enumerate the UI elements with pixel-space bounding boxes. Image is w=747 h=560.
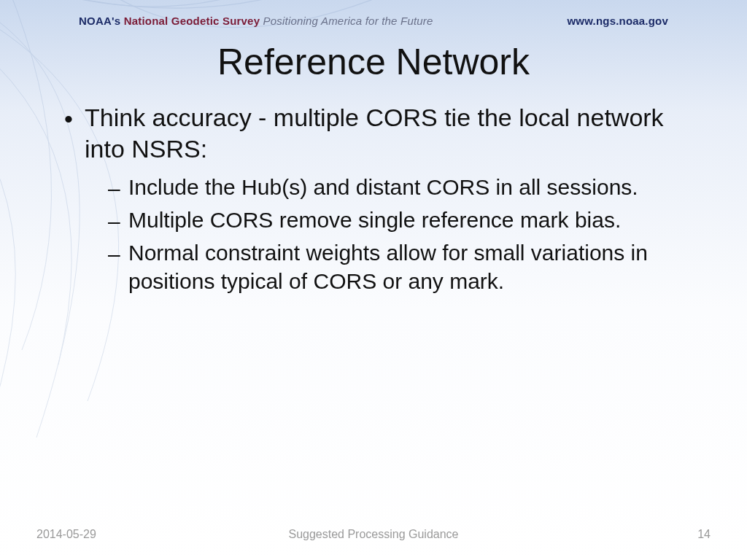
slide-footer: 2014-05-29 Suggested Processing Guidance… <box>0 528 747 541</box>
slide-title: Reference Network <box>0 41 747 83</box>
header-org-prefix: NOAA's <box>79 15 120 27</box>
header-bar: NOAA's National Geodetic Survey Position… <box>0 15 747 27</box>
bullet-level2-text: Normal constraint weights allow for smal… <box>128 238 696 295</box>
slide: NOAA's National Geodetic Survey Position… <box>0 0 747 560</box>
header-org-name: National Geodetic Survey <box>124 15 260 27</box>
bullet-dot-icon: • <box>64 102 85 164</box>
bullet-level2-text: Include the Hub(s) and distant CORS in a… <box>128 173 696 203</box>
bullet-level2-text: Multiple CORS remove single reference ma… <box>128 206 696 236</box>
footer-date: 2014-05-29 <box>36 528 96 541</box>
footer-title: Suggested Processing Guidance <box>0 528 747 541</box>
header-url: www.ngs.noaa.gov <box>568 15 669 27</box>
bullet-dash-icon: – <box>108 206 128 236</box>
header-org: NOAA's National Geodetic Survey Position… <box>79 15 433 27</box>
bullet-dash-icon: – <box>108 173 128 203</box>
bullet-dash-icon: – <box>108 238 128 295</box>
bullet-level2: – Multiple CORS remove single reference … <box>108 206 696 236</box>
bullet-level1-text: Think accuracy - multiple CORS tie the l… <box>85 102 696 164</box>
header-tagline: Positioning America for the Future <box>263 15 433 27</box>
footer-page-number: 14 <box>697 528 711 541</box>
bullet-level1: • Think accuracy - multiple CORS tie the… <box>64 102 696 164</box>
bullet-level2-group: – Include the Hub(s) and distant CORS in… <box>108 173 696 295</box>
bullet-level2: – Normal constraint weights allow for sm… <box>108 238 696 295</box>
bullet-level2: – Include the Hub(s) and distant CORS in… <box>108 173 696 203</box>
slide-body: • Think accuracy - multiple CORS tie the… <box>64 102 696 298</box>
